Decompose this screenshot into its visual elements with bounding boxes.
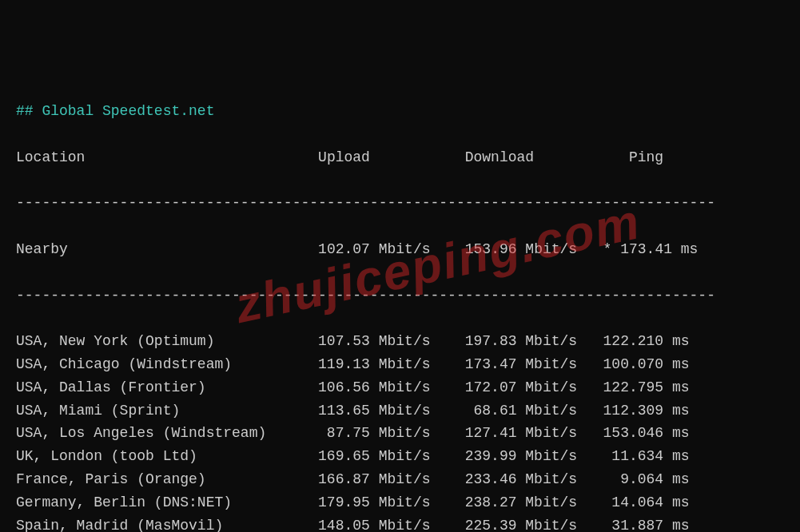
- cell-location: USA, Dallas (Frontier): [16, 379, 293, 395]
- header-row: Location Upload Download Ping: [16, 146, 784, 169]
- divider: ----------------------------------------…: [16, 192, 784, 215]
- cell-download: 225.39 Mbit/s: [430, 518, 577, 532]
- cell-upload: 148.05 Mbit/s: [293, 518, 431, 532]
- cell-upload: 119.13 Mbit/s: [293, 356, 431, 372]
- cell-upload: 166.87 Mbit/s: [293, 471, 431, 487]
- cell-location: USA, Chicago (Windstream): [16, 356, 293, 372]
- cell-upload: 113.65 Mbit/s: [293, 403, 431, 419]
- cell-ping: 112.309 ms: [577, 403, 689, 419]
- cell-ping: 153.046 ms: [577, 425, 689, 441]
- divider: ----------------------------------------…: [16, 284, 784, 308]
- cell-download: 127.41 Mbit/s: [430, 425, 577, 441]
- cell-location: Germany, Berlin (DNS:NET): [16, 494, 293, 510]
- cell-ping: 9.064 ms: [577, 471, 689, 487]
- table-row: USA, Dallas (Frontier) 106.56 Mbit/s 172…: [16, 376, 784, 399]
- cell-location: USA, Los Angeles (Windstream): [16, 425, 293, 441]
- cell-location: UK, London (toob Ltd): [16, 448, 293, 464]
- table-row: Germany, Berlin (DNS:NET) 179.95 Mbit/s …: [16, 491, 784, 514]
- nearby-row: Nearby 102.07 Mbit/s 153.96 Mbit/s * 173…: [16, 238, 784, 261]
- cell-location: USA, Miami (Sprint): [16, 403, 293, 419]
- nearby-ping: * 173.41 ms: [603, 241, 699, 257]
- header-location: Location: [16, 149, 85, 165]
- nearby-download: 153.96 Mbit/s: [465, 241, 577, 257]
- cell-upload: 106.56 Mbit/s: [293, 379, 431, 395]
- table-row: Spain, Madrid (MasMovil) 148.05 Mbit/s 2…: [16, 514, 784, 532]
- cell-upload: 169.65 Mbit/s: [293, 448, 431, 464]
- cell-ping: 11.634 ms: [577, 448, 689, 464]
- cell-ping: 122.210 ms: [577, 333, 689, 349]
- cell-download: 197.83 Mbit/s: [430, 333, 577, 349]
- cell-upload: 87.75 Mbit/s: [293, 425, 431, 441]
- table-row: UK, London (toob Ltd) 169.65 Mbit/s 239.…: [16, 445, 784, 468]
- header-upload: Upload: [318, 149, 370, 165]
- cell-ping: 122.795 ms: [577, 379, 689, 395]
- table-row: USA, Chicago (Windstream) 119.13 Mbit/s …: [16, 353, 784, 376]
- cell-ping: 100.070 ms: [577, 356, 689, 372]
- table-row: USA, Los Angeles (Windstream) 87.75 Mbit…: [16, 422, 784, 445]
- cell-download: 239.99 Mbit/s: [430, 448, 577, 464]
- cell-download: 68.61 Mbit/s: [430, 403, 577, 419]
- cell-ping: 31.887 ms: [577, 518, 689, 532]
- cell-upload: 179.95 Mbit/s: [293, 494, 431, 510]
- cell-download: 238.27 Mbit/s: [430, 494, 577, 510]
- nearby-label: Nearby: [16, 241, 68, 257]
- section-title: ## Global Speedtest.net: [16, 103, 214, 119]
- cell-download: 172.07 Mbit/s: [430, 379, 577, 395]
- cell-location: France, Paris (Orange): [16, 471, 293, 487]
- header-ping: Ping: [629, 149, 663, 165]
- table-row: France, Paris (Orange) 166.87 Mbit/s 233…: [16, 468, 784, 491]
- table-row: USA, New York (Optimum) 107.53 Mbit/s 19…: [16, 330, 784, 353]
- cell-download: 233.46 Mbit/s: [430, 471, 577, 487]
- cell-ping: 14.064 ms: [577, 494, 689, 510]
- cell-location: Spain, Madrid (MasMovil): [16, 518, 293, 532]
- cell-download: 173.47 Mbit/s: [430, 356, 577, 372]
- header-download: Download: [465, 149, 534, 165]
- cell-upload: 107.53 Mbit/s: [293, 333, 431, 349]
- cell-location: USA, New York (Optimum): [16, 333, 293, 349]
- nearby-upload: 102.07 Mbit/s: [318, 241, 430, 257]
- table-row: USA, Miami (Sprint) 113.65 Mbit/s 68.61 …: [16, 399, 784, 423]
